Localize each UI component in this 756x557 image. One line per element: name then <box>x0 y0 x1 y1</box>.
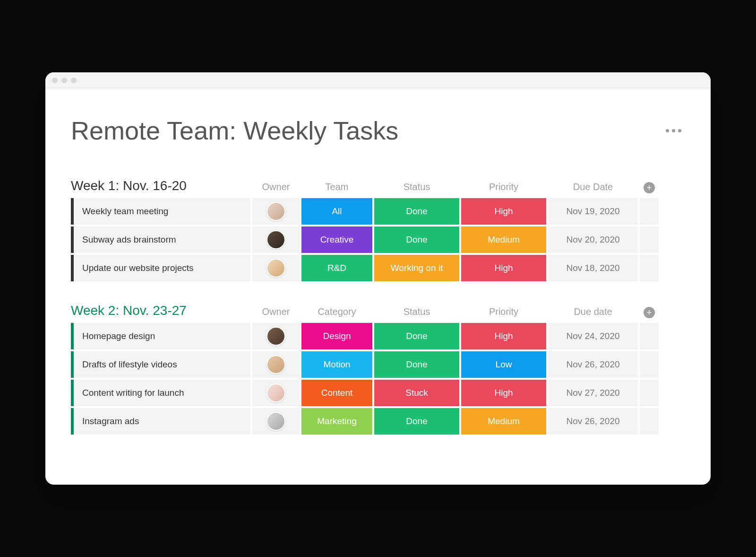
status-pill[interactable]: Working on it <box>374 255 459 281</box>
row-end-cell <box>640 380 659 406</box>
more-menu-button[interactable] <box>662 125 685 136</box>
due-date-cell[interactable]: Nov 27, 2020 <box>548 380 638 406</box>
task-name-cell[interactable]: Update our website projects <box>71 255 250 281</box>
table-row: Subway ads brainstormCreativeDoneMediumN… <box>71 226 685 253</box>
table-row: Weekly team meetingAllDoneHighNov 19, 20… <box>71 198 685 225</box>
status-pill[interactable]: Creative <box>301 226 372 253</box>
window-dot-close[interactable] <box>52 78 58 83</box>
dot-icon <box>672 129 675 132</box>
group-title[interactable]: Week 2: Nov. 23-27 <box>71 303 250 320</box>
column-header[interactable]: Status <box>374 306 459 320</box>
avatar <box>266 202 285 221</box>
table-row: Homepage designDesignDoneHighNov 24, 202… <box>71 323 685 349</box>
task-name-cell[interactable]: Content writing for launch <box>71 380 250 406</box>
status-pill[interactable]: Medium <box>461 226 546 253</box>
row-end-cell <box>640 198 659 225</box>
row-end-cell <box>640 323 659 349</box>
status-pill[interactable]: Motion <box>301 351 372 378</box>
column-header[interactable]: Status <box>374 182 459 195</box>
window-titlebar <box>45 72 711 88</box>
column-header[interactable]: Due date <box>548 306 638 320</box>
page-title: Remote Team: Weekly Tasks <box>71 116 398 145</box>
add-column: + <box>640 182 659 195</box>
column-header[interactable]: Priority <box>461 182 546 195</box>
column-header[interactable]: Team <box>301 182 372 195</box>
status-pill[interactable]: Done <box>374 323 459 349</box>
owner-cell[interactable] <box>252 226 300 253</box>
due-date-cell[interactable]: Nov 18, 2020 <box>548 255 638 281</box>
task-name-cell[interactable]: Subway ads brainstorm <box>71 226 250 253</box>
owner-cell[interactable] <box>252 408 300 435</box>
avatar <box>266 259 285 278</box>
due-date-cell[interactable]: Nov 20, 2020 <box>548 226 638 253</box>
status-pill[interactable]: Done <box>374 226 459 253</box>
owner-cell[interactable] <box>252 351 300 378</box>
row-end-cell <box>640 226 659 253</box>
task-name-cell[interactable]: Homepage design <box>71 323 250 349</box>
plus-icon[interactable]: + <box>644 307 655 318</box>
task-group: Week 1: Nov. 16-20OwnerTeamStatusPriorit… <box>71 178 685 281</box>
status-pill[interactable]: All <box>301 198 372 225</box>
due-date-cell[interactable]: Nov 24, 2020 <box>548 323 638 349</box>
avatar <box>266 355 285 374</box>
window-dot-min[interactable] <box>61 78 67 83</box>
status-pill[interactable]: High <box>461 255 546 281</box>
group-header: Week 1: Nov. 16-20OwnerTeamStatusPriorit… <box>71 178 685 195</box>
group-rows: Weekly team meetingAllDoneHighNov 19, 20… <box>71 198 685 281</box>
due-date-cell[interactable]: Nov 19, 2020 <box>548 198 638 225</box>
status-pill[interactable]: High <box>461 198 546 225</box>
status-pill[interactable]: Done <box>374 351 459 378</box>
column-header[interactable]: Due Date <box>548 182 638 195</box>
row-end-cell <box>640 255 659 281</box>
row-end-cell <box>640 408 659 435</box>
status-pill[interactable]: R&D <box>301 255 372 281</box>
due-date-cell[interactable]: Nov 26, 2020 <box>548 351 638 378</box>
row-end-cell <box>640 351 659 378</box>
table-row: Content writing for launchContentStuckHi… <box>71 380 685 406</box>
board-content: Remote Team: Weekly Tasks Week 1: Nov. 1… <box>45 88 711 485</box>
app-window: Remote Team: Weekly Tasks Week 1: Nov. 1… <box>45 72 711 485</box>
status-pill[interactable]: High <box>461 323 546 349</box>
avatar <box>266 412 285 431</box>
status-pill[interactable]: Done <box>374 408 459 435</box>
owner-cell[interactable] <box>252 255 300 281</box>
table-row: Update our website projectsR&DWorking on… <box>71 255 685 281</box>
dot-icon <box>678 129 681 132</box>
task-name-cell[interactable]: Drafts of lifestyle videos <box>71 351 250 378</box>
plus-icon[interactable]: + <box>644 182 655 193</box>
task-name-cell[interactable]: Weekly team meeting <box>71 198 250 225</box>
owner-cell[interactable] <box>252 323 300 349</box>
status-pill[interactable]: High <box>461 380 546 406</box>
dot-icon <box>666 129 669 132</box>
avatar <box>266 327 285 346</box>
owner-cell[interactable] <box>252 198 300 225</box>
status-pill[interactable]: Stuck <box>374 380 459 406</box>
table-row: Drafts of lifestyle videosMotionDoneLowN… <box>71 351 685 378</box>
status-pill[interactable]: Content <box>301 380 372 406</box>
status-pill[interactable]: Low <box>461 351 546 378</box>
due-date-cell[interactable]: Nov 26, 2020 <box>548 408 638 435</box>
column-header[interactable]: Owner <box>252 182 300 195</box>
status-pill[interactable]: Marketing <box>301 408 372 435</box>
avatar <box>266 383 285 402</box>
board-header: Remote Team: Weekly Tasks <box>71 116 685 145</box>
column-header[interactable]: Category <box>301 306 372 320</box>
status-pill[interactable]: Design <box>301 323 372 349</box>
owner-cell[interactable] <box>252 380 300 406</box>
avatar <box>266 230 285 249</box>
group-title[interactable]: Week 1: Nov. 16-20 <box>71 178 250 195</box>
column-header[interactable]: Owner <box>252 306 300 320</box>
window-dot-max[interactable] <box>71 78 77 83</box>
group-header: Week 2: Nov. 23-27OwnerCategoryStatusPri… <box>71 303 685 320</box>
status-pill[interactable]: Done <box>374 198 459 225</box>
status-pill[interactable]: Medium <box>461 408 546 435</box>
task-group: Week 2: Nov. 23-27OwnerCategoryStatusPri… <box>71 303 685 435</box>
task-name-cell[interactable]: Instagram ads <box>71 408 250 435</box>
column-header[interactable]: Priority <box>461 306 546 320</box>
group-rows: Homepage designDesignDoneHighNov 24, 202… <box>71 323 685 435</box>
table-row: Instagram adsMarketingDoneMediumNov 26, … <box>71 408 685 435</box>
add-column: + <box>640 307 659 320</box>
